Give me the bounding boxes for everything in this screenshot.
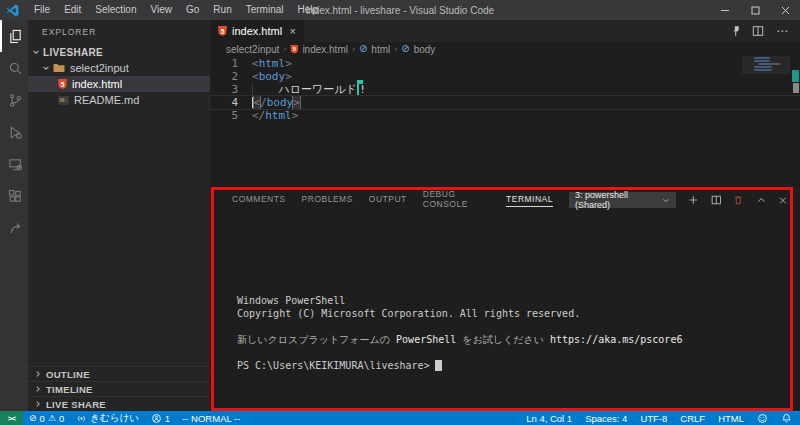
terminal-prompt-line[interactable]: PS C:\Users\KEIKIMURA\liveshare> <box>237 359 800 372</box>
editor-actions: ⋯ <box>728 20 800 42</box>
line-number: 2 <box>210 70 238 83</box>
error-icon: ⊘ <box>29 414 37 423</box>
chevron-right-icon <box>34 385 42 393</box>
tree-file-index-html[interactable]: 5 index.html <box>28 76 210 92</box>
menu-edit[interactable]: Edit <box>57 0 88 20</box>
participant-count: 1 <box>165 413 170 424</box>
tree-root-liveshare[interactable]: LIVESHARE <box>28 44 210 60</box>
code-editor[interactable]: 1<html> 2<body> 3 ハローワールド! 4</body> 5</h… <box>210 56 800 188</box>
menu-terminal[interactable]: Terminal <box>239 0 291 20</box>
chevron-down-icon <box>662 196 670 205</box>
chevron-right-icon <box>34 400 42 408</box>
editor-tab-bar: 5 index.html × ⋯ <box>210 20 800 42</box>
pin-icon[interactable] <box>728 25 740 37</box>
tree-folder-select2input[interactable]: select2input <box>28 60 210 76</box>
remote-indicator[interactable]: >< <box>0 411 23 425</box>
split-editor-icon[interactable] <box>752 25 764 37</box>
overview-ruler-scroll-marker <box>793 83 799 93</box>
terminal-line <box>237 320 800 333</box>
line-number: 1 <box>210 57 238 70</box>
menu-selection[interactable]: Selection <box>88 0 143 20</box>
more-actions-icon[interactable]: ⋯ <box>776 27 788 35</box>
cursor-position[interactable]: Ln 4, Col 1 <box>526 411 572 425</box>
folder-open-icon <box>53 63 65 73</box>
live-share-icon[interactable] <box>0 212 28 244</box>
eol-sequence[interactable]: CRLF <box>680 411 705 425</box>
panel-tab-comments[interactable]: COMMENTS <box>232 194 286 207</box>
close-panel-icon[interactable] <box>778 195 788 206</box>
menu-view[interactable]: View <box>144 0 180 20</box>
tab-index-html[interactable]: 5 index.html × <box>210 20 304 42</box>
file-label: README.md <box>74 94 139 106</box>
html5-file-icon: 5 <box>290 45 298 54</box>
minimize-button[interactable] <box>710 0 740 20</box>
window-controls <box>710 0 800 20</box>
breadcrumb-symbol-html[interactable]: html <box>371 44 390 55</box>
terminal-select-dropdown[interactable]: 3: powershell (Shared) <box>569 192 676 208</box>
live-share-session[interactable]: きむらけい <box>70 411 145 425</box>
minimap[interactable] <box>742 56 790 116</box>
status-bar-right: Ln 4, Col 1 Spaces: 4 UTF-8 CRLF HTML <box>526 411 800 425</box>
language-mode[interactable]: HTML <box>718 411 744 425</box>
notifications-bell-icon[interactable] <box>781 413 792 424</box>
panel-tab-output[interactable]: OUTPUT <box>369 194 407 207</box>
sidebar-title: EXPLORER <box>28 20 210 44</box>
breadcrumb-symbol-body[interactable]: body <box>414 44 436 55</box>
breadcrumb-file[interactable]: index.html <box>302 44 348 55</box>
terminal-link[interactable]: https://aka.ms/pscore6 <box>550 334 682 345</box>
source-control-icon[interactable] <box>0 84 28 116</box>
extensions-icon[interactable] <box>0 180 28 212</box>
menu-help[interactable]: Help <box>291 0 326 20</box>
menu-run[interactable]: Run <box>206 0 238 20</box>
panel-tab-terminal[interactable]: TERMINAL <box>506 194 553 207</box>
terminal-line <box>237 346 800 359</box>
breadcrumb: select2input › 5 index.html › ⊘ html › ⊘… <box>210 42 800 56</box>
section-outline[interactable]: OUTLINE <box>28 366 210 381</box>
panel-tab-debug-console[interactable]: DEBUG CONSOLE <box>423 189 490 212</box>
explorer-icon[interactable] <box>0 20 28 52</box>
chevron-right-icon: › <box>394 44 397 54</box>
symbol-icon: ⊘ <box>359 44 367 54</box>
title-bar: File Edit Selection View Go Run Terminal… <box>0 0 800 20</box>
terminal-select-value: 3: powershell (Shared) <box>575 190 654 210</box>
section-timeline[interactable]: TIMELINE <box>28 381 210 396</box>
new-terminal-icon[interactable] <box>688 194 699 206</box>
participants-count[interactable]: 1 <box>145 411 176 425</box>
code-line-1[interactable]: 1<html> <box>210 57 800 70</box>
line-number: 3 <box>210 83 238 96</box>
section-label: OUTLINE <box>46 369 90 380</box>
collaborator-cursor <box>357 83 360 95</box>
search-icon[interactable] <box>0 52 28 84</box>
tree-file-readme-md[interactable]: M↓ README.md <box>28 92 210 108</box>
menu-go[interactable]: Go <box>179 0 206 20</box>
code-line-4[interactable]: 4</body> <box>210 96 800 109</box>
section-live-share[interactable]: LIVE SHARE <box>28 396 210 411</box>
panel-actions: 3: powershell (Shared) <box>569 192 800 208</box>
remote-explorer-icon[interactable] <box>0 148 28 180</box>
code-line-5[interactable]: 5</html> <box>210 109 800 122</box>
html5-file-icon: 5 <box>218 26 227 36</box>
breadcrumb-folder[interactable]: select2input <box>226 44 279 55</box>
panel-tab-problems[interactable]: PROBLEMS <box>302 194 353 207</box>
menu-file[interactable]: File <box>27 0 57 20</box>
maximize-button[interactable] <box>740 0 770 20</box>
encoding[interactable]: UTF-8 <box>640 411 667 425</box>
maximize-panel-icon[interactable] <box>756 194 767 206</box>
overview-ruler-collaborator-marker <box>792 70 799 82</box>
run-and-debug-icon[interactable] <box>0 116 28 148</box>
explorer-sidebar: EXPLORER LIVESHARE select2input 5 index.… <box>28 20 210 411</box>
close-button[interactable] <box>770 0 800 20</box>
kill-terminal-icon[interactable] <box>733 194 744 206</box>
indentation[interactable]: Spaces: 4 <box>585 411 627 425</box>
code-line-3[interactable]: 3 ハローワールド! <box>210 83 800 96</box>
code-line-2[interactable]: 2<body> <box>210 70 800 83</box>
split-terminal-icon[interactable] <box>711 194 722 206</box>
vscode-window: File Edit Selection View Go Run Terminal… <box>0 0 800 425</box>
vim-mode-indicator[interactable]: -- NORMAL -- <box>176 411 246 425</box>
tab-close-icon[interactable]: × <box>290 25 296 37</box>
broadcast-icon <box>76 413 87 424</box>
line-number: 4 <box>210 96 238 109</box>
markdown-file-icon: M↓ <box>58 96 69 105</box>
feedback-smiley-icon[interactable] <box>757 413 768 424</box>
problems-status[interactable]: ⊘ 0 ⚠ 0 <box>23 411 70 425</box>
